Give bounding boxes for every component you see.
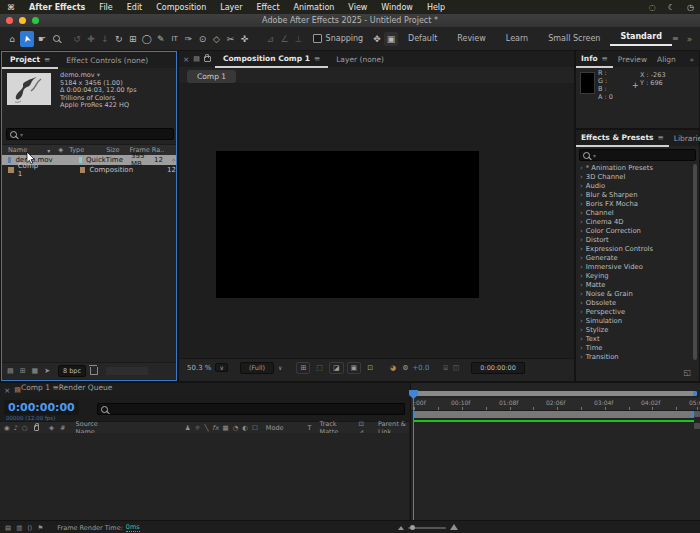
menu-composition[interactable]: Composition <box>149 3 213 12</box>
shape-tool[interactable]: ◯ <box>140 31 154 47</box>
pan-scrollbar-thumb[interactable] <box>413 391 697 396</box>
frame-blend-switch-icon[interactable]: ▦ <box>223 424 229 432</box>
transparency-grid-icon[interactable]: ◪ <box>329 362 344 374</box>
workspace-small-screen[interactable]: Small Screen <box>538 34 610 43</box>
grid-toggle-icon[interactable]: ▣ <box>384 32 398 46</box>
chevron-right-icon[interactable]: › <box>580 344 583 352</box>
new-composition-icon[interactable]: ▦ <box>32 367 39 375</box>
tab-info[interactable]: Info ≡ <box>576 50 613 68</box>
puppet-pin-tool[interactable]: ✜ <box>237 31 251 47</box>
show-snapshot-icon[interactable]: ◫ <box>453 364 460 372</box>
effects-scrollbar[interactable] <box>693 164 697 360</box>
search-dropdown-icon[interactable]: ▾ <box>593 152 596 159</box>
chevron-right-icon[interactable]: › <box>580 290 583 298</box>
home-tool[interactable]: ⌂ <box>5 31 19 47</box>
fx-category[interactable]: ›* Animation Presets <box>576 163 694 172</box>
menu-view[interactable]: View <box>341 3 374 12</box>
expand-transfer-controls-icon[interactable]: ▥ <box>16 524 22 532</box>
close-icon[interactable]: × <box>0 386 14 395</box>
menu-layer[interactable]: Layer <box>213 3 249 12</box>
fx-category[interactable]: ›Audio <box>576 181 694 190</box>
column-name[interactable]: Name <box>2 146 27 154</box>
caret-down-icon[interactable]: ▾ <box>97 71 100 79</box>
panel-menu-icon[interactable]: ≡ <box>314 54 320 63</box>
menu-edit[interactable]: Edit <box>120 3 150 12</box>
menu-app-name[interactable]: After Effects <box>22 3 92 12</box>
zoom-tool[interactable] <box>49 31 63 47</box>
quality-switch-icon[interactable]: ╲ <box>204 424 208 432</box>
column-t[interactable]: T <box>308 424 312 432</box>
tab-preview[interactable]: Preview <box>613 51 652 67</box>
fx-switch-icon[interactable]: fx <box>212 424 218 432</box>
timeline-track-area[interactable] <box>411 423 700 520</box>
work-area-bar[interactable] <box>413 411 694 418</box>
expand-in-out-icon[interactable]: ⟨⟩ <box>27 524 32 532</box>
audio-toggle-icon[interactable]: ♪ <box>14 424 18 432</box>
tab-align[interactable]: Align <box>652 51 681 67</box>
chevron-right-icon[interactable]: › <box>580 191 583 199</box>
pan-camera-tool[interactable]: ✚ <box>84 31 98 47</box>
chevron-right-icon[interactable]: › <box>580 182 583 190</box>
collapse-switch-icon[interactable]: ☼ <box>195 424 201 432</box>
region-of-interest-icon[interactable]: ▣ <box>347 362 362 374</box>
dolly-camera-tool[interactable]: ↓ <box>98 31 112 47</box>
workspace-standard[interactable]: Standard <box>610 32 671 46</box>
fx-category[interactable]: ›Immersive Video <box>576 262 694 271</box>
pen-tool[interactable]: ✎ <box>154 31 168 47</box>
chevron-right-icon[interactable]: › <box>580 326 583 334</box>
new-folder-icon[interactable]: ⊞ <box>20 367 26 375</box>
zoom-out-mountain-icon[interactable] <box>398 524 404 532</box>
project-search-input[interactable]: ▾ <box>6 128 174 140</box>
comp-viewer[interactable] <box>179 83 574 358</box>
local-axis-mode-icon[interactable]: ⊿ <box>264 31 278 47</box>
fx-category[interactable]: ›Boris FX Mocha <box>576 199 694 208</box>
new-preset-icon[interactable]: ◱ <box>683 368 691 377</box>
column-number[interactable]: # <box>60 424 65 432</box>
pan-handle-right[interactable] <box>693 391 697 396</box>
menu-file[interactable]: File <box>92 3 119 12</box>
expand-layer-switches-icon[interactable]: ▤ <box>5 524 11 532</box>
menu-effect[interactable]: Effect <box>250 3 287 12</box>
comp-frame[interactable] <box>216 151 479 298</box>
zoom-slider-thumb[interactable] <box>410 525 415 530</box>
menu-animation[interactable]: Animation <box>287 3 342 12</box>
playhead-line[interactable] <box>413 397 414 520</box>
effects-search-input[interactable]: ▾ <box>579 149 696 161</box>
video-toggle-icon[interactable]: ◉ <box>4 424 10 432</box>
fx-category[interactable]: ›Blur & Sharpen <box>576 190 694 199</box>
bit-depth-button[interactable]: 8 bpc <box>58 365 86 377</box>
timeline-layer-area[interactable] <box>0 433 409 520</box>
menu-window[interactable]: Window <box>374 3 420 12</box>
chevron-right-icon[interactable]: › <box>580 236 583 244</box>
chevron-right-icon[interactable]: › <box>580 200 583 208</box>
fx-category[interactable]: ›Generate <box>576 253 694 262</box>
chevron-right-icon[interactable]: › <box>580 272 583 280</box>
snapping-checkbox[interactable] <box>313 34 321 43</box>
resolution-caret-icon[interactable]: ∨ <box>278 364 282 371</box>
timeline-search-input[interactable] <box>97 403 405 415</box>
chevron-right-icon[interactable]: › <box>580 164 583 172</box>
project-row-comp-1[interactable]: Comp 1 Composition 12 <box>2 165 176 175</box>
timeline-ruler[interactable]: :00f 00:10f 01:08f 02:06f 03:04f 04:02f … <box>411 398 700 411</box>
fx-category[interactable]: ›Distort <box>576 235 694 244</box>
fx-category[interactable]: ›Cinema 4D <box>576 217 694 226</box>
column-size[interactable]: Size <box>106 146 119 154</box>
fx-category[interactable]: ›Matte <box>576 280 694 289</box>
exposure-value[interactable]: +0.0 <box>412 364 429 372</box>
fx-category[interactable]: ›Text <box>576 334 694 343</box>
rotation-tool[interactable]: ↻ <box>112 31 126 47</box>
roto-brush-tool[interactable]: ✂ <box>224 31 238 47</box>
zoom-dropdown-icon[interactable]: ∨ <box>215 363 227 372</box>
comp-marker-icon[interactable]: ⚑ <box>37 524 43 532</box>
mask-visibility-icon[interactable]: ⬚ <box>313 363 326 373</box>
column-mode[interactable]: Mode <box>266 424 284 432</box>
solo-toggle-icon[interactable]: ○ <box>22 424 28 432</box>
tab-project[interactable]: Project ≡ <box>2 51 58 69</box>
chevron-right-icon[interactable]: › <box>580 245 583 253</box>
fx-category[interactable]: ›Simulation <box>576 316 694 325</box>
pixel-aspect-icon[interactable]: ⊡ <box>364 363 376 373</box>
chevron-right-icon[interactable]: › <box>580 317 583 325</box>
timeline-pan-scrollbar[interactable] <box>413 391 697 396</box>
fx-category[interactable]: ›Noise & Grain <box>576 289 694 298</box>
resolution-dropdown[interactable]: (Full) <box>240 362 274 374</box>
